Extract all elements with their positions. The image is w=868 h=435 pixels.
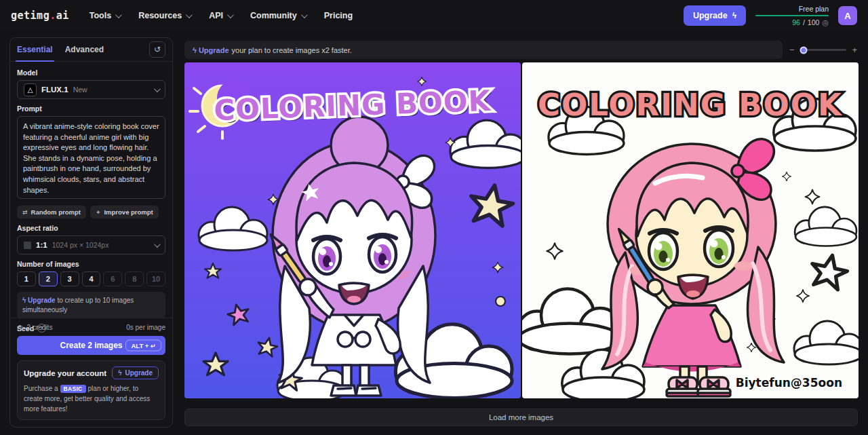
flux-model-icon: △ <box>24 83 37 96</box>
load-more-button[interactable]: Load more images <box>184 409 858 426</box>
credits-count: 96 / 100 ◎ <box>792 18 829 27</box>
create-images-button[interactable]: Create 2 images ALT + ↵ <box>17 336 165 355</box>
panel-footer: ◎ 2 credits 0s per image Create 2 images… <box>10 318 172 427</box>
count-button-6-disabled: 6 <box>103 271 122 286</box>
model-value: FLUX.1 <box>41 86 68 94</box>
upgrade-box-button[interactable]: ϟ Upgrade <box>112 366 159 379</box>
chevron-down-icon <box>301 12 308 18</box>
top-nav: getimg.ai Tools Resources API Community … <box>0 0 868 31</box>
nav-menu: Tools Resources API Community Pricing <box>90 11 353 20</box>
random-prompt-button[interactable]: ⇄ Random prompt <box>17 206 86 219</box>
tab-advanced[interactable]: Advanced <box>65 38 104 61</box>
credits-cost: ◎ 2 credits <box>17 323 52 332</box>
avatar[interactable]: A <box>838 6 857 25</box>
logo-dot: . <box>50 10 56 22</box>
model-select[interactable]: △ FLUX.1 New <box>17 80 165 99</box>
model-label: Model <box>17 69 165 77</box>
prompt-input[interactable]: A vibrant anime-style coloring book cove… <box>17 116 165 199</box>
count-button-4[interactable]: 4 <box>82 271 101 286</box>
bolt-icon: ϟ <box>193 46 197 54</box>
nav-item-tools[interactable]: Tools <box>90 11 120 20</box>
aspect-ratio-label: Aspect ratio <box>17 224 165 232</box>
zoom-slider-track[interactable] <box>800 49 847 51</box>
zoom-control: − + <box>789 41 857 59</box>
nav-item-community[interactable]: Community <box>250 11 306 20</box>
chevron-down-icon <box>115 12 122 18</box>
upgrade-box-title: Upgrade your account <box>24 369 106 377</box>
aspect-value: 1:1 <box>36 241 47 249</box>
generated-image-2[interactable]: COLORING BOOK Biytefun@35oon <box>522 62 859 398</box>
basic-plan-badge: BASIC <box>60 385 86 393</box>
count-button-3[interactable]: 3 <box>60 271 79 286</box>
coloring-book-pink-artwork: COLORING BOOK Biytefun@35oon <box>522 62 859 398</box>
bolt-icon: ϟ <box>732 12 736 20</box>
aspect-square-icon <box>24 242 31 249</box>
credits-progress-bar <box>755 15 829 16</box>
aspect-ratio-select[interactable]: 1:1 1024 px × 1024px <box>17 235 165 254</box>
coin-icon: ◎ <box>17 323 24 332</box>
generation-settings-panel: Essential Advanced ↺ Model △ FLUX.1 New … <box>9 37 173 428</box>
logo-tld: ai <box>56 10 69 22</box>
aspect-detail: 1024 px × 1024px <box>52 241 109 249</box>
history-button[interactable]: ↺ <box>149 41 165 58</box>
zoom-in-button[interactable]: + <box>852 45 857 54</box>
bolt-icon: ϟ <box>22 297 26 304</box>
upgrade-account-box: Upgrade your account ϟ Upgrade Purchase … <box>17 360 165 420</box>
generated-image-1[interactable]: COLORING BOOK COLORING BOOK <box>184 62 521 398</box>
upgrade-note[interactable]: ϟ Upgrade to create up to 10 images simu… <box>17 292 165 318</box>
upgrade-banner[interactable]: ϟ Upgrade your plan to create images x2 … <box>184 41 783 59</box>
coin-icon: ◎ <box>822 18 829 27</box>
nav-item-api[interactable]: API <box>209 11 232 20</box>
upgrade-box-text: Purchase aBASICplan or higher, to create… <box>24 383 159 414</box>
sparkle-icon: ✦ <box>96 209 101 216</box>
settings-tabs: Essential Advanced ↺ <box>10 38 172 62</box>
count-button-8-disabled: 8 <box>125 271 144 286</box>
count-button-2-selected[interactable]: 2 <box>39 271 58 286</box>
plan-name: Free plan <box>799 5 829 13</box>
logo[interactable]: getimg.ai <box>11 10 69 22</box>
number-of-images-label: Number of images <box>17 260 165 268</box>
chevron-down-icon <box>154 241 161 248</box>
upgrade-button[interactable]: Upgrade ϟ <box>684 5 746 26</box>
count-button-1[interactable]: 1 <box>17 271 36 286</box>
prompt-label: Prompt <box>17 105 165 113</box>
nav-item-resources[interactable]: Resources <box>138 11 191 20</box>
zoom-out-button[interactable]: − <box>789 45 795 54</box>
time-per-image: 0s per image <box>126 324 165 331</box>
model-new-badge: New <box>73 86 87 94</box>
coloring-book-purple-artwork: COLORING BOOK COLORING BOOK <box>184 62 521 398</box>
nav-item-pricing[interactable]: Pricing <box>324 11 353 20</box>
keyboard-shortcut-badge: ALT + ↵ <box>125 340 161 352</box>
shuffle-icon: ⇄ <box>22 209 28 216</box>
artist-watermark: Biytefun@35oon <box>736 376 842 390</box>
plan-usage: Free plan 96 / 100 ◎ <box>755 5 829 27</box>
logo-main: getimg <box>11 10 50 22</box>
coloring-book-title: COLORING BOOK <box>538 87 843 123</box>
history-icon: ↺ <box>154 45 161 54</box>
zoom-slider-thumb[interactable] <box>800 46 808 54</box>
bolt-icon: ϟ <box>118 369 121 377</box>
chevron-down-icon <box>186 12 193 18</box>
number-of-images-group: 1 2 3 4 6 8 10 <box>17 271 165 286</box>
improve-prompt-button[interactable]: ✦ Improve prompt <box>90 206 159 219</box>
count-button-10-disabled: 10 <box>146 271 165 286</box>
chevron-down-icon <box>154 86 161 92</box>
tab-essential[interactable]: Essential <box>17 38 53 61</box>
chevron-down-icon <box>227 12 234 18</box>
